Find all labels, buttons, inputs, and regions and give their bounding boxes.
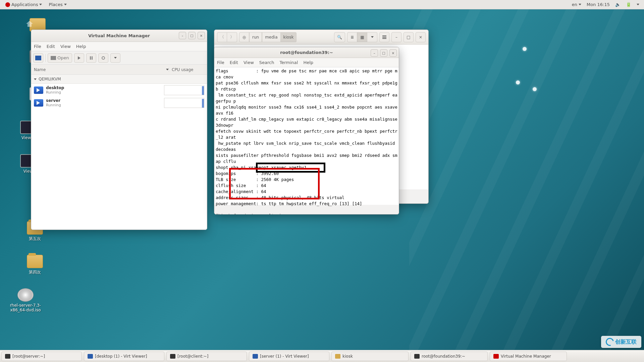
play-icon [34, 86, 43, 94]
search-button[interactable]: 🔍 [334, 32, 345, 42]
term-menu-help[interactable]: Help [303, 60, 313, 65]
files-minimize[interactable]: – [391, 32, 401, 42]
terminal-close[interactable]: × [389, 49, 397, 57]
terminal-maximize[interactable]: □ [380, 49, 387, 57]
run-button[interactable] [74, 53, 84, 63]
nav-back-forward: 〈 〉 [217, 32, 237, 42]
back-button[interactable]: 〈 [217, 32, 227, 42]
power-icon [102, 56, 105, 60]
virt-icon [493, 354, 499, 359]
virt-manager-window: Virtual Machine Manager – □ × File Edit … [31, 29, 207, 230]
vm-row-desktop[interactable]: desktopRunning [31, 84, 207, 97]
battery-icon[interactable]: 🔋 [623, 2, 634, 7]
hamburger-menu[interactable] [379, 32, 389, 42]
view-list-button[interactable]: ≣ [347, 32, 357, 42]
path-run[interactable]: run [249, 32, 262, 42]
shutdown-menu-button[interactable] [110, 53, 120, 63]
vmm-titlebar[interactable]: Virtual Machine Manager – □ × [31, 30, 207, 42]
iso-file[interactable]: rhel-server-7.3-x86_64-dvd.iso [9, 288, 42, 312]
view-grid-button[interactable]: ▦ [357, 32, 367, 42]
vm-row-server[interactable]: serverRunning [31, 97, 207, 109]
places-label: Places [49, 2, 62, 7]
task-desktop-viewer[interactable]: [desktop (1) - Virt Viewer] [84, 352, 164, 361]
play-icon [34, 99, 43, 107]
view-dropdown-button[interactable] [367, 32, 377, 42]
terminal-menubar: File Edit View Search Terminal Help [214, 58, 399, 67]
task-kiosk[interactable]: kiosk [331, 352, 409, 361]
vmm-columns: Name CPU usage [31, 65, 207, 75]
term-menu-view[interactable]: View [244, 60, 254, 65]
chevron-down-icon [64, 4, 67, 5]
places-menu[interactable]: Places [45, 0, 70, 9]
pause-icon [90, 56, 93, 60]
vmm-close[interactable]: × [198, 32, 205, 39]
screen-icon [253, 354, 258, 359]
folder-4[interactable]: 第四次 [19, 255, 51, 275]
menu-edit[interactable]: Edit [47, 44, 55, 49]
term-menu-file[interactable]: File [217, 60, 224, 65]
redhat-icon [5, 2, 10, 7]
col-cpu[interactable]: CPU usage [169, 67, 207, 72]
menu-file[interactable]: File [34, 44, 41, 49]
chevron-down-icon [39, 4, 42, 5]
folder-icon [335, 354, 340, 359]
vmm-minimize[interactable]: – [179, 32, 186, 39]
vmm-list[interactable]: QEMU/KVM desktopRunning serverRunning [31, 75, 207, 230]
menu-help[interactable]: Help [76, 44, 86, 49]
files-headerbar: 〈 〉 ◎ run media kiosk 🔍 ≣ ▦ – □ × [214, 30, 428, 45]
open-button[interactable]: Open [48, 53, 72, 63]
term-menu-edit[interactable]: Edit [230, 60, 238, 65]
applications-menu[interactable]: Applications [2, 0, 45, 9]
col-name[interactable]: Name [34, 67, 46, 72]
task-root-server[interactable]: [root@server:~] [1, 352, 82, 361]
cpu-sparkline [164, 85, 204, 95]
forward-button[interactable]: 〉 [227, 32, 237, 42]
system-menu[interactable] [634, 4, 642, 5]
top-panel: Applications Places en Mon 16:15 🔈 🔋 [0, 0, 644, 9]
terminal-minimize[interactable]: – [371, 49, 378, 57]
terminal-icon [5, 354, 10, 359]
files-maximize[interactable]: □ [404, 32, 414, 42]
monitor-plus-icon [35, 56, 41, 60]
term-menu-search[interactable]: Search [259, 60, 274, 65]
path-disk-icon[interactable]: ◎ [239, 32, 249, 42]
expand-icon [34, 78, 37, 80]
volume-icon[interactable]: 🔈 [612, 2, 623, 7]
new-vm-button[interactable] [33, 53, 43, 63]
lang-indicator[interactable]: en [569, 2, 584, 7]
vmm-menubar: File Edit View Help [31, 42, 207, 51]
cpu-sparkline [164, 98, 204, 108]
chevron-down-icon [579, 4, 581, 5]
files-close[interactable]: × [416, 32, 426, 42]
path-bar: ◎ run media kiosk [239, 32, 297, 42]
bottom-taskbar: [root@server:~] [desktop (1) - Virt View… [0, 350, 644, 362]
monitor-icon [51, 56, 56, 60]
chevron-down-icon [114, 57, 117, 59]
shutdown-button[interactable] [98, 53, 108, 63]
vmm-maximize[interactable]: □ [188, 32, 196, 39]
pause-button[interactable] [86, 53, 96, 63]
term-menu-terminal[interactable]: Terminal [279, 60, 298, 65]
terminal-window: root@foundation39:~ – □ × File Edit View… [214, 47, 399, 215]
play-icon [78, 56, 80, 60]
task-server-viewer[interactable]: [server (1) - Virt Viewer] [249, 352, 329, 361]
annotation-box-red [229, 168, 320, 199]
menu-view[interactable]: View [60, 44, 71, 49]
path-media[interactable]: media [262, 32, 280, 42]
path-kiosk[interactable]: kiosk [281, 32, 297, 42]
clock[interactable]: Mon 16:15 [584, 2, 612, 7]
connection-group[interactable]: QEMU/KVM [31, 75, 207, 84]
terminal-titlebar[interactable]: root@foundation39:~ – □ × [214, 47, 399, 58]
terminal-icon [170, 354, 175, 359]
vmm-toolbar: Open [31, 51, 207, 65]
terminal-icon [414, 354, 420, 359]
chevron-down-icon [166, 69, 169, 70]
task-root-foundation[interactable]: root@foundation39:~ [411, 352, 488, 361]
terminal-content[interactable]: flags : fpu vme de pse tsc msr pae mce c… [214, 67, 399, 205]
applications-label: Applications [11, 2, 38, 7]
logo-icon [604, 337, 615, 348]
task-virt-manager[interactable]: Virtual Machine Manager [490, 352, 567, 361]
screen-icon [88, 354, 93, 359]
watermark: 创新互联 [601, 336, 641, 348]
task-root-client[interactable]: [root@client:~] [166, 352, 247, 361]
